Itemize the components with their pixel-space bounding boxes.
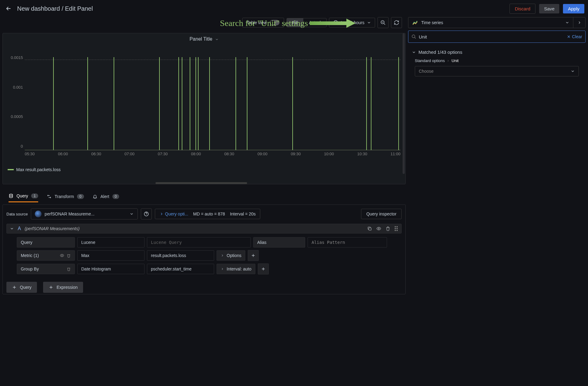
query-type-select[interactable]: Lucene [77, 237, 144, 248]
copy-icon[interactable] [367, 226, 372, 231]
chevron-right-icon [577, 20, 582, 25]
plus-icon [251, 253, 256, 258]
chart-legend[interactable]: Max result.packets.loss [3, 165, 405, 174]
datasource-name: perfSONAR Measureme... [45, 211, 126, 216]
panel-preview: Panel Title 0.0015 0.001 0.0005 0 05:300… [2, 33, 406, 184]
groupby-field-select[interactable]: pscheduler.start_time [147, 264, 214, 274]
trash-icon[interactable] [67, 267, 71, 271]
query-field-label: Query [17, 237, 75, 248]
matched-options-header[interactable]: Matched 1/43 options [409, 48, 584, 57]
query-options-interval: Interval = 20s [230, 211, 256, 216]
datasource-label: Data source [6, 212, 28, 216]
plus-icon [261, 267, 266, 271]
chevron-down-icon [130, 212, 134, 216]
add-groupby-button[interactable] [258, 263, 269, 274]
plus-icon [12, 285, 17, 290]
chevron-right-icon [447, 59, 450, 62]
lucene-query-input[interactable]: Lucene Query [147, 237, 251, 248]
query-options-label: Query opti... [165, 211, 188, 216]
svg-point-5 [378, 228, 379, 229]
options-search-box[interactable]: Clear [408, 31, 586, 43]
groupby-field-label: Group By [17, 264, 75, 274]
groupby-interval-expand[interactable]: Interval: auto [217, 264, 255, 274]
refresh-button[interactable] [391, 17, 402, 28]
visualization-type-label: Time series [421, 20, 562, 25]
discard-button[interactable]: Discard [509, 4, 535, 14]
panel-title[interactable]: Panel Title [189, 36, 212, 42]
tab-query-count: 1 [31, 193, 38, 198]
groupby-agg-select[interactable]: Date Histogram [77, 264, 144, 274]
y-axis: 0.0015 0.001 0.0005 0 [3, 43, 23, 149]
option-breadcrumb[interactable]: Standard options Unit [409, 57, 584, 65]
query-a-header[interactable]: A (perfSONAR Measurements) [6, 224, 402, 233]
x-axis: 05:3006:0006:3007:0007:3008:0008:3009:00… [25, 150, 400, 156]
options-pane-collapse[interactable] [573, 17, 585, 28]
query-editor-panel: Data source perfSONAR Measureme... Query… [2, 204, 406, 294]
breadcrumb-leaf: Unit [451, 58, 458, 63]
fill-mode-button[interactable]: Fill [287, 18, 303, 27]
trash-icon[interactable] [67, 253, 71, 258]
tab-alert-label: Alert [100, 194, 109, 199]
visualization-picker[interactable]: Time series [408, 17, 586, 28]
datasource-select[interactable]: perfSONAR Measureme... [31, 208, 138, 219]
options-search-input[interactable] [419, 34, 564, 39]
tab-transform-count: 0 [77, 194, 84, 199]
chart-plot-area[interactable] [25, 45, 400, 150]
query-inspector-button[interactable]: Query inspector [361, 209, 402, 219]
metric-field-select[interactable]: result.packets.loss [147, 250, 214, 261]
chevron-right-icon [221, 254, 224, 257]
table-view-toggle[interactable]: Table view [242, 18, 284, 28]
save-button[interactable]: Save [539, 4, 559, 13]
datasource-help-button[interactable] [141, 208, 152, 219]
back-arrow-icon[interactable] [4, 4, 13, 13]
tab-transform[interactable]: Transform 0 [47, 194, 84, 202]
query-letter: A [18, 226, 21, 231]
bell-icon [93, 194, 97, 199]
alias-field-label: Alias [253, 237, 305, 248]
add-metric-button[interactable] [248, 250, 259, 261]
add-expression-button[interactable]: Expression [43, 282, 83, 293]
query-name: (perfSONAR Measurements) [25, 226, 80, 231]
transform-icon [47, 194, 52, 199]
actual-mode-button[interactable]: Actual [303, 18, 326, 27]
refresh-icon [394, 20, 399, 25]
metric-agg-select[interactable]: Max [77, 250, 144, 261]
plus-icon [49, 285, 53, 290]
search-clear-button[interactable]: Clear [567, 34, 582, 39]
zoom-out-button[interactable] [378, 17, 389, 28]
alias-input[interactable]: Alias Pattern [308, 237, 387, 248]
question-icon [144, 211, 149, 217]
tab-alert-count: 0 [112, 194, 119, 199]
chevron-right-icon [159, 212, 164, 216]
tab-transform-label: Transform [55, 194, 74, 199]
zoom-out-icon [380, 20, 386, 25]
add-query-button[interactable]: Query [6, 282, 37, 293]
chevron-right-icon [221, 267, 224, 271]
page-title: New dashboard / Edit Panel [17, 5, 506, 12]
horizontal-scrollbar[interactable] [155, 182, 247, 184]
chevron-down-icon[interactable] [10, 226, 14, 231]
unit-select[interactable]: Choose [415, 66, 579, 76]
metric-options-expand[interactable]: Options [217, 250, 245, 261]
drag-handle-icon[interactable] [395, 226, 398, 231]
apply-button[interactable]: Apply [563, 4, 584, 13]
legend-label: Max result.packets.loss [16, 167, 61, 172]
chevron-down-icon [367, 20, 371, 25]
svg-point-7 [412, 35, 415, 38]
trash-icon[interactable] [385, 226, 390, 231]
vertical-scrollbar[interactable] [403, 33, 405, 174]
chevron-down-icon [412, 50, 416, 54]
tab-alert[interactable]: Alert 0 [93, 194, 119, 202]
metric-field-label: Metric (1) [17, 250, 75, 261]
chevron-down-icon[interactable] [215, 38, 219, 41]
query-options-expand[interactable]: Query opti... MD = auto = 878 Interval =… [155, 209, 260, 219]
svg-rect-4 [369, 228, 371, 230]
search-icon [411, 34, 416, 39]
toggle-switch[interactable] [270, 20, 279, 25]
eye-icon[interactable] [60, 253, 64, 258]
svg-point-6 [61, 255, 63, 256]
time-range-picker[interactable]: Last 6 hours [329, 18, 375, 28]
breadcrumb-parent: Standard options [415, 58, 445, 63]
tab-query[interactable]: Query 1 [9, 193, 38, 202]
eye-icon[interactable] [376, 226, 381, 231]
